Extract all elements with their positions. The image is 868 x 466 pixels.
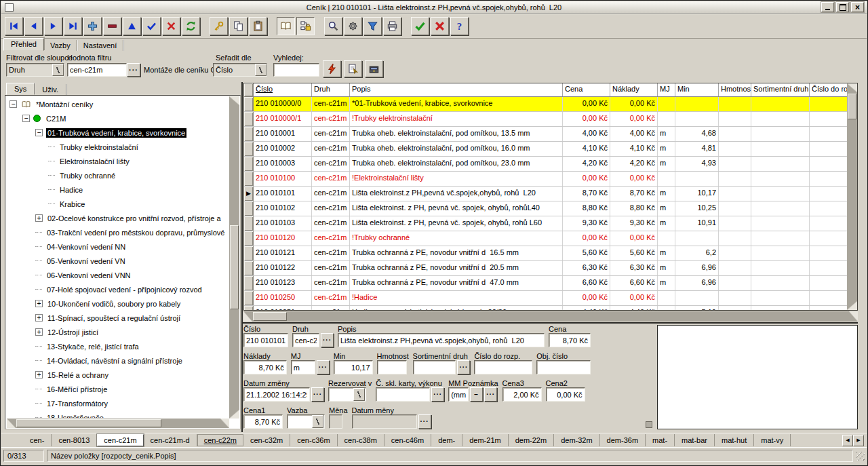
column-header-1[interactable]: Druh bbox=[312, 83, 350, 96]
pricelist-tab-dem-[interactable]: dem- bbox=[431, 434, 462, 446]
column-header-0[interactable]: Číslo bbox=[254, 83, 312, 96]
close-button[interactable]: × bbox=[851, 2, 864, 12]
table-vertical-scrollbar[interactable] bbox=[847, 83, 857, 310]
scroll-left-icon[interactable] bbox=[243, 311, 252, 322]
table-row[interactable]: 210 010000/1cen-c21m!Trubky elektroinsta… bbox=[244, 112, 857, 127]
tree-node[interactable]: Krabice bbox=[7, 197, 229, 211]
resize-grip-icon[interactable] bbox=[856, 452, 865, 461]
book-button[interactable] bbox=[277, 17, 295, 35]
tree-node[interactable]: −*Montážní ceníky bbox=[7, 97, 229, 111]
post-button[interactable] bbox=[142, 17, 161, 35]
tree-node[interactable]: 03-Trakční vedení pro městskou dopravu, … bbox=[7, 225, 229, 239]
cislo-field[interactable]: 210 010101 bbox=[243, 333, 288, 347]
paste-button[interactable] bbox=[249, 17, 267, 35]
ellipsis-button[interactable]: ··· bbox=[418, 414, 431, 429]
tab-vazby[interactable]: Vazby bbox=[44, 40, 77, 51]
expand-icon[interactable]: + bbox=[35, 300, 43, 307]
tab-scroll-left-button[interactable]: ◀ bbox=[842, 435, 853, 446]
table-row[interactable]: 210 010122cen-c21mTrubka ochranná z PE, … bbox=[244, 261, 857, 276]
druh-field[interactable]: cen-c21m bbox=[292, 333, 319, 347]
ellipsis-button[interactable]: ··· bbox=[317, 360, 330, 374]
pricelist-tab-cen-[interactable]: cen- bbox=[23, 434, 52, 446]
tree-node[interactable]: 18-Usměrňovače bbox=[7, 410, 229, 418]
expand-icon[interactable]: + bbox=[35, 214, 43, 222]
scrollbar-thumb[interactable] bbox=[230, 225, 239, 309]
minimize-button[interactable] bbox=[821, 2, 834, 12]
tree-node[interactable]: +12-Ústrojí jisticí bbox=[7, 325, 229, 339]
pricelist-tab-cen-8013[interactable]: cen-8013 bbox=[52, 434, 97, 446]
tree-node[interactable]: 17-Transformátory bbox=[7, 396, 229, 410]
column-header-4[interactable]: Náklady bbox=[610, 83, 658, 96]
report-button[interactable] bbox=[344, 60, 362, 77]
table-row[interactable]: 210 010123cen-c21mTrubka ochranná z PE, … bbox=[244, 276, 857, 291]
cancel-button[interactable] bbox=[162, 17, 180, 35]
pricelist-tab-dem-22m[interactable]: dem-22m bbox=[509, 434, 554, 446]
min-field[interactable]: 10,17 bbox=[334, 360, 373, 374]
cena2-field[interactable]: 0,00 Kč bbox=[546, 387, 585, 402]
table-horizontal-scrollbar[interactable] bbox=[243, 311, 858, 322]
scroll-up-icon[interactable] bbox=[847, 83, 857, 92]
scroll-right-icon[interactable] bbox=[220, 419, 229, 428]
table-row[interactable]: 210 010100cen-c21m!Elektroinstalační liš… bbox=[244, 172, 857, 187]
filter-value-ellipsis-button[interactable]: ··· bbox=[127, 63, 140, 77]
tab-scroll-right-button[interactable]: ▶ bbox=[853, 435, 864, 446]
tree-node[interactable]: −C21M bbox=[7, 111, 229, 125]
tree-node[interactable]: 16-Měřící přístroje bbox=[7, 382, 229, 396]
note-panel[interactable] bbox=[657, 325, 858, 429]
help-button[interactable]: ? bbox=[450, 17, 469, 35]
settings-button[interactable] bbox=[344, 17, 362, 35]
mj-field[interactable]: m bbox=[291, 360, 315, 374]
edit-button[interactable] bbox=[123, 17, 141, 35]
dropdown-icon[interactable] bbox=[312, 415, 323, 428]
filter-column-select[interactable]: Druh bbox=[6, 63, 64, 77]
search-input[interactable] bbox=[273, 63, 319, 77]
c-skl-karty-vykonu-field[interactable] bbox=[376, 387, 430, 402]
cena1-field[interactable]: 8,70 Kč bbox=[243, 414, 283, 429]
print-button[interactable] bbox=[383, 17, 401, 35]
datum-zmeny-field[interactable]: 21.1.2002 16:14:29 bbox=[243, 387, 310, 402]
tree-node[interactable]: Hadice bbox=[7, 182, 229, 197]
dropdown-icon[interactable] bbox=[52, 64, 64, 76]
expand-icon[interactable]: + bbox=[35, 314, 43, 322]
tree-node[interactable]: 07-Holé spojovací vedení - přípojnicový … bbox=[7, 282, 229, 296]
tree-tab-u-iv-[interactable]: Uživ. bbox=[35, 84, 66, 95]
column-header-9[interactable]: Číslo do ro bbox=[810, 83, 848, 96]
collapse-icon[interactable]: − bbox=[9, 100, 17, 108]
delete-button[interactable] bbox=[103, 17, 121, 35]
tree-node[interactable]: Trubky elektroinstalační bbox=[7, 140, 229, 154]
table-row[interactable]: 210 010121cen-c21mTrubka ochranná z PE, … bbox=[244, 246, 857, 261]
collapse-icon[interactable]: − bbox=[35, 129, 43, 136]
scrollbar-thumb[interactable] bbox=[16, 419, 161, 427]
key-button[interactable] bbox=[210, 17, 228, 35]
rezervovat-v-field[interactable] bbox=[328, 387, 366, 402]
tree-node[interactable]: 13-Stykače, relé, jistící trafa bbox=[7, 339, 229, 353]
obj-cislo-field[interactable] bbox=[536, 360, 591, 374]
dropdown-icon[interactable] bbox=[353, 388, 365, 401]
next-button[interactable] bbox=[44, 17, 62, 35]
pricelist-tab-cen-c21m[interactable]: cen-c21m bbox=[97, 434, 143, 446]
tree-horizontal-scrollbar[interactable] bbox=[7, 419, 229, 428]
minus-button[interactable]: − bbox=[470, 387, 483, 402]
pricelist-tab-cen-c46m[interactable]: cen-c46m bbox=[384, 434, 431, 446]
scrollbar-thumb[interactable] bbox=[848, 94, 856, 119]
column-header-5[interactable]: MJ bbox=[658, 83, 675, 96]
collapse-icon[interactable]: − bbox=[22, 115, 30, 122]
first-button[interactable] bbox=[5, 17, 23, 35]
pricelist-tab-cen-c32m[interactable]: cen-c32m bbox=[243, 434, 290, 446]
tree-node[interactable]: 04-Venkovní vedení NN bbox=[7, 239, 229, 254]
column-header-8[interactable]: Sortimentní druh bbox=[751, 83, 810, 96]
close-button[interactable] bbox=[431, 17, 449, 35]
insert-button[interactable] bbox=[83, 17, 102, 35]
tree-node[interactable]: Elektroinstalační lišty bbox=[7, 154, 229, 168]
tree-vertical-scrollbar[interactable] bbox=[229, 96, 239, 419]
column-header-7[interactable]: Hmotnost bbox=[719, 83, 751, 96]
search-execute-button[interactable] bbox=[323, 60, 341, 77]
scroll-up-icon[interactable] bbox=[229, 96, 239, 105]
tree-node[interactable]: +10-Ukončení vodičů, soubory pro kabely bbox=[7, 296, 229, 311]
memo-mini-button[interactable] bbox=[646, 421, 652, 428]
column-header-3[interactable]: Cena bbox=[563, 83, 610, 96]
dropdown-icon[interactable] bbox=[255, 64, 267, 76]
ellipsis-button[interactable]: ··· bbox=[311, 387, 324, 402]
table-row[interactable]: 210 010103cen-c21mLišta elektroinst. z P… bbox=[244, 216, 857, 231]
cislo-do-rozp-field[interactable] bbox=[474, 360, 532, 374]
